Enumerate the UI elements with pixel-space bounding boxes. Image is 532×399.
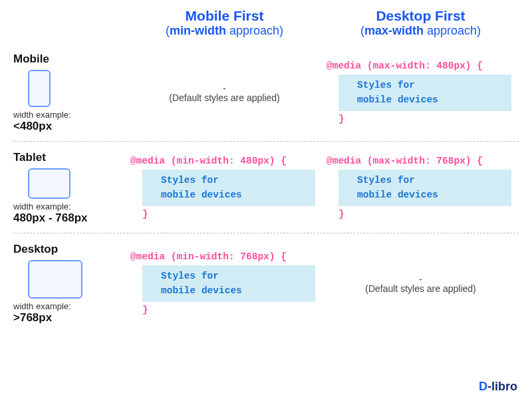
- cell-mobile-mobilefirst: - (Default styles are applied): [126, 83, 323, 103]
- logo-rest: -libro: [487, 380, 517, 393]
- media-query-line: @media (max-width: 768px) {: [327, 156, 483, 166]
- media-query-line: @media (max-width: 480px) {: [327, 61, 483, 71]
- row-desktop-left: Desktop width example: >768px: [13, 243, 126, 325]
- device-icon-wrap-desktop: [28, 260, 126, 299]
- default-styles-note: - (Default styles are applied): [130, 83, 319, 103]
- header-title-mobile-first: Mobile First: [126, 8, 323, 24]
- closing-brace: }: [327, 209, 344, 219]
- cell-desktop-mobilefirst: @media (min-width: 768px) { Styles for m…: [126, 250, 323, 317]
- styles-box: Styles for mobile devices: [338, 170, 511, 205]
- styles-box: Styles for mobile devices: [142, 170, 315, 205]
- row-tablet-left: Tablet width example: 480px - 768px: [13, 151, 126, 225]
- cell-tablet-desktopfirst: @media (max-width: 768px) { Styles for m…: [323, 154, 519, 221]
- desktop-device-icon: [28, 260, 82, 299]
- closing-brace: }: [130, 305, 148, 315]
- closing-brace: }: [130, 209, 148, 219]
- header-mobile-first: Mobile First (min-width approach): [126, 8, 323, 38]
- device-icon-wrap-tablet: [28, 168, 126, 199]
- header-sub-desktop-first: (max-width approach): [323, 24, 519, 38]
- device-icon-wrap-mobile: [28, 70, 126, 107]
- mobile-device-icon: [28, 70, 51, 107]
- cell-desktop-desktopfirst: - (Default styles are applied): [323, 274, 519, 294]
- code-snippet: @media (min-width: 768px) { Styles for m…: [130, 250, 319, 317]
- styles-box: Styles for mobile devices: [142, 265, 315, 301]
- cell-mobile-desktopfirst: @media (max-width: 480px) { Styles for m…: [323, 59, 519, 126]
- media-query-line: @media (min-width: 768px) {: [130, 251, 287, 262]
- styles-box: Styles for mobile devices: [338, 74, 511, 110]
- width-label-mobile: width example:: [13, 110, 126, 120]
- device-label-mobile: Mobile: [13, 53, 126, 66]
- device-label-desktop: Desktop: [13, 243, 126, 256]
- code-snippet: @media (min-width: 480px) { Styles for m…: [130, 154, 319, 221]
- width-value-desktop: >768px: [13, 311, 126, 325]
- device-label-tablet: Tablet: [13, 151, 126, 164]
- row-desktop: Desktop width example: >768px @media (mi…: [13, 233, 519, 332]
- row-mobile: Mobile width example: <480px - (Default …: [13, 43, 519, 141]
- header-spacer: [13, 8, 126, 38]
- width-value-tablet: 480px - 768px: [13, 211, 126, 225]
- tablet-device-icon: [28, 168, 70, 199]
- header-desktop-first: Desktop First (max-width approach): [323, 8, 519, 38]
- width-label-tablet: width example:: [13, 201, 126, 211]
- width-value-mobile: <480px: [13, 120, 126, 133]
- code-snippet: @media (max-width: 768px) { Styles for m…: [327, 154, 515, 221]
- brand-logo: D-libro: [479, 380, 517, 394]
- closing-brace: }: [327, 114, 344, 124]
- width-label-desktop: width example:: [13, 301, 126, 311]
- row-mobile-left: Mobile width example: <480px: [13, 53, 126, 133]
- default-styles-note: - (Default styles are applied): [327, 274, 515, 294]
- header-title-desktop-first: Desktop First: [323, 8, 519, 24]
- code-snippet: @media (max-width: 480px) { Styles for m…: [327, 59, 515, 126]
- column-headers: Mobile First (min-width approach) Deskto…: [13, 8, 519, 38]
- header-sub-mobile-first: (min-width approach): [126, 24, 323, 38]
- media-query-line: @media (min-width: 480px) {: [130, 156, 287, 166]
- row-tablet: Tablet width example: 480px - 768px @med…: [13, 141, 519, 233]
- logo-d: D: [479, 380, 487, 393]
- cell-tablet-mobilefirst: @media (min-width: 480px) { Styles for m…: [126, 154, 323, 221]
